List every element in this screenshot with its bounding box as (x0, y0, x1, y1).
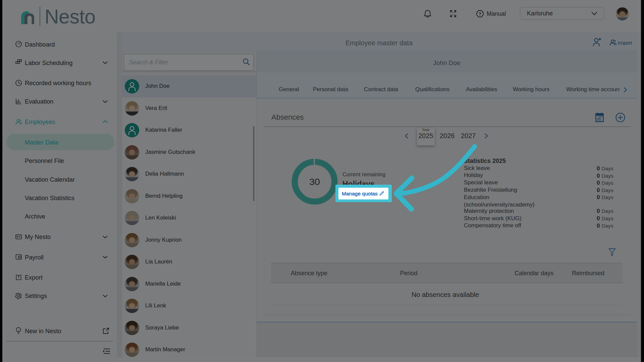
svg-text:?: ? (479, 11, 481, 16)
